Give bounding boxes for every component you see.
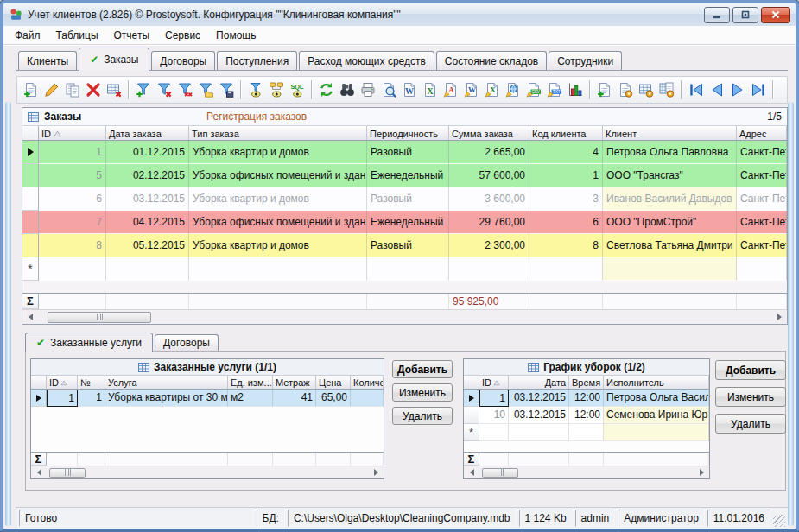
export-csv-icon[interactable]: CSV	[523, 79, 544, 100]
cell-address[interactable]: Санкт-Петербург, пр. Индустр	[737, 164, 787, 187]
tab-employees[interactable]: Сотрудники	[549, 51, 622, 70]
new-order-row[interactable]: *	[22, 257, 787, 281]
col-executor[interactable]: Исполнитель	[604, 376, 709, 389]
scroll-right-button[interactable]	[694, 466, 708, 479]
cell-address[interactable]	[737, 257, 787, 281]
cell-client[interactable]	[603, 257, 737, 281]
col-client-code[interactable]: Код клиента	[529, 126, 603, 140]
row-gutter[interactable]	[31, 390, 47, 407]
col-area[interactable]: Метраж	[273, 376, 316, 389]
schedule-row[interactable]: 10 03.12.2015 12:00 Семенова Ирина Юрьев…	[464, 407, 709, 424]
cell-executor[interactable]: Семенова Ирина Юрьевна	[604, 407, 709, 424]
cell-client[interactable]: Петрова Ольга Павловна	[603, 141, 737, 164]
filter-clear-icon[interactable]	[154, 79, 174, 100]
cell-date[interactable]: 03.12.2015	[509, 390, 569, 407]
cell-sum[interactable]: 2 665,00	[449, 141, 529, 164]
menu-help[interactable]: Помощь	[208, 28, 263, 43]
cell-id[interactable]: 10	[479, 407, 509, 424]
nav-last-icon[interactable]	[748, 79, 769, 100]
search-icon[interactable]	[337, 79, 358, 100]
scroll-left-button[interactable]	[465, 466, 479, 479]
cell-id[interactable]: 5	[39, 164, 106, 187]
cell-code[interactable]: 4	[529, 141, 603, 164]
grid-form-settings-icon[interactable]	[656, 79, 677, 100]
order-row[interactable]: 5 02.12.2015 Уборка офисных помещений и …	[22, 164, 787, 187]
cell-code[interactable]: 6	[529, 211, 603, 234]
minimize-button[interactable]	[704, 7, 730, 23]
orders-hscrollbar[interactable]	[22, 309, 787, 324]
col-id[interactable]: ID	[479, 376, 509, 389]
row-gutter[interactable]	[22, 141, 39, 164]
cell-client[interactable]: ООО "Трансгаз"	[603, 164, 737, 187]
nav-first-icon[interactable]	[686, 79, 707, 100]
record-template-add-icon[interactable]	[594, 79, 615, 100]
tab-ordered-services[interactable]: ✔Заказанные услуги	[25, 332, 153, 352]
filter-add-icon[interactable]	[133, 79, 154, 100]
row-gutter[interactable]	[464, 390, 479, 407]
cell-id[interactable]: 1	[479, 390, 509, 407]
resize-grip[interactable]	[773, 515, 785, 527]
record-delete-icon[interactable]	[83, 79, 104, 100]
cell-sum[interactable]: 2 300,00	[449, 234, 529, 257]
scroll-thumb[interactable]	[48, 312, 151, 323]
cell-address[interactable]: Санкт-Петербург, Малоохтин	[737, 187, 787, 211]
cell-type[interactable]	[189, 257, 367, 281]
cell-date[interactable]	[106, 257, 189, 281]
filter-save-icon[interactable]	[216, 79, 237, 100]
cell-period[interactable]: Разовый	[367, 234, 449, 257]
cell-id[interactable]: 6	[39, 187, 106, 211]
cell-id[interactable]: 7	[39, 211, 106, 234]
col-date[interactable]: Дата	[509, 376, 569, 389]
filter-view-icon[interactable]	[245, 79, 266, 100]
order-row[interactable]: 1 01.12.2015 Уборка квартир и домов Разо…	[22, 141, 787, 164]
filter-sql-view-icon[interactable]: SQL	[287, 79, 308, 100]
tab-clients[interactable]: Клиенты	[18, 51, 77, 70]
cell-unit[interactable]: м2	[228, 390, 273, 407]
col-client[interactable]: Клиент	[603, 126, 737, 140]
cell-period[interactable]: Еженедельный	[367, 211, 449, 234]
row-gutter[interactable]	[22, 211, 39, 234]
refresh-icon[interactable]	[316, 79, 337, 100]
order-row[interactable]: 8 05.12.2015 Уборка квартир и домов Разо…	[22, 234, 787, 257]
col-time[interactable]: Время	[569, 376, 604, 389]
cell-num[interactable]: 1	[78, 390, 105, 407]
row-gutter[interactable]	[22, 187, 39, 211]
col-id[interactable]: ID	[47, 376, 78, 389]
schedule-edit-button[interactable]: Изменить	[715, 387, 786, 407]
scroll-right-button[interactable]	[369, 466, 383, 479]
print-preview-icon[interactable]	[378, 79, 399, 100]
cell-client[interactable]: Иванов Василий Давыдов	[603, 187, 737, 211]
record-edit-icon[interactable]	[41, 79, 62, 100]
filter-clear-all-icon[interactable]	[174, 79, 195, 100]
record-delete-table-icon[interactable]	[104, 79, 124, 100]
cell-type[interactable]: Уборка офисных помещений и зданий	[189, 211, 367, 234]
tab-orders[interactable]: ✔Заказы	[79, 48, 149, 71]
cell-date[interactable]: 04.12.2015	[106, 211, 189, 234]
scroll-thumb[interactable]	[482, 468, 518, 478]
cell-id[interactable]: 8	[39, 234, 106, 257]
col-num[interactable]: №	[78, 376, 105, 389]
col-address[interactable]: Адрес	[737, 126, 787, 140]
cell-service[interactable]: Уборка квартиры от 30 м2	[105, 390, 228, 407]
cell-date[interactable]: 01.12.2015	[106, 141, 189, 164]
tab-detail-contracts[interactable]: Договоры	[155, 334, 219, 351]
cell-date[interactable]: 03.12.2015	[509, 407, 569, 424]
cell-address[interactable]: Санкт-Петербург, Серебристь	[737, 234, 787, 257]
col-order-date[interactable]: Дата заказа	[106, 126, 189, 140]
cell-type[interactable]: Уборка квартир и домов	[189, 141, 367, 164]
scroll-left-button[interactable]	[32, 466, 46, 479]
schedule-row[interactable]: 1 03.12.2015 12:00 Петрова Ольга Василье…	[464, 390, 709, 407]
cell-sum[interactable]: 29 760,00	[449, 211, 529, 234]
row-gutter[interactable]	[22, 164, 39, 187]
service-row[interactable]: 1 1 Уборка квартиры от 30 м2 м2 41 65,00	[31, 390, 384, 407]
row-gutter[interactable]	[22, 234, 39, 257]
cell-type[interactable]: Уборка квартир и домов	[189, 187, 367, 211]
print-icon[interactable]	[358, 79, 378, 100]
cell-price[interactable]: 65,00	[316, 390, 351, 407]
scroll-left-button[interactable]	[23, 311, 37, 324]
row-gutter[interactable]: *	[22, 257, 39, 281]
cell-date[interactable]: 02.12.2015	[106, 164, 189, 187]
filter-open-icon[interactable]	[195, 79, 216, 100]
cell-type[interactable]: Уборка квартир и домов	[189, 234, 367, 257]
cell-executor[interactable]: Петрова Ольга Васильевн	[604, 390, 709, 407]
